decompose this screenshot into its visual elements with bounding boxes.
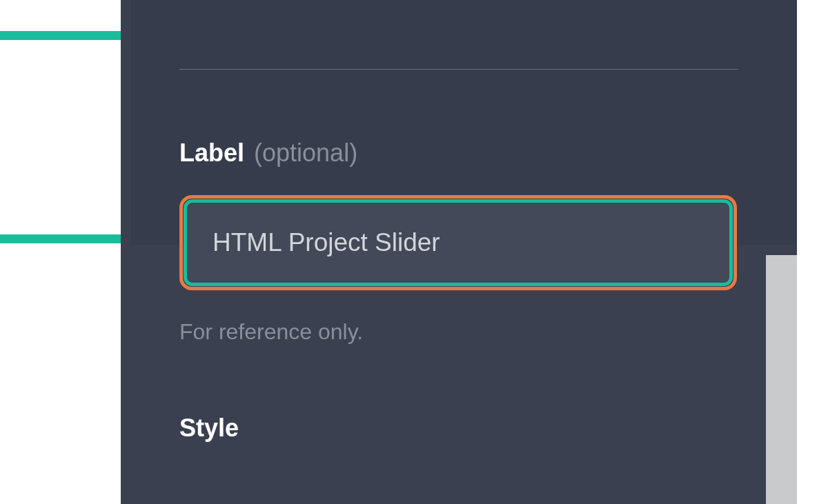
label-input-wrapper xyxy=(179,195,737,290)
style-section-heading: Style xyxy=(179,414,738,443)
label-field-title: Label xyxy=(179,139,244,168)
label-field-heading-row: Label (optional) xyxy=(179,139,738,168)
left-background-region xyxy=(0,0,121,504)
label-field-hint: (optional) xyxy=(254,139,357,168)
panel-content: Label (optional) For reference only. Sty… xyxy=(121,0,797,443)
section-divider xyxy=(179,69,738,70)
teal-accent-bar xyxy=(0,234,121,243)
label-help-text: For reference only. xyxy=(179,319,738,345)
teal-accent-bar xyxy=(0,31,121,40)
settings-panel: Label (optional) For reference only. Sty… xyxy=(121,0,797,504)
label-input[interactable] xyxy=(186,202,730,283)
